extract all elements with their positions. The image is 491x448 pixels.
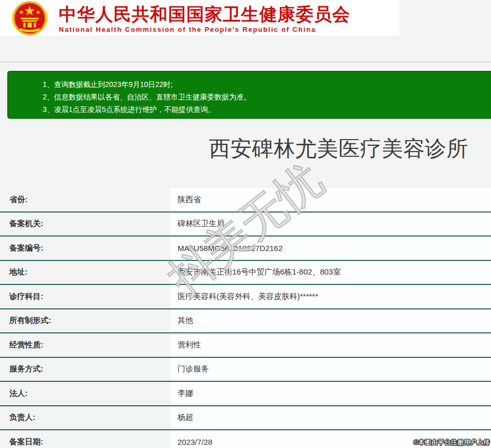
row-label: 所有制形式: xyxy=(0,309,171,333)
record-lookup-page: 中华人民共和国国家卫生健康委员会 National Health Commiss… xyxy=(0,0,491,448)
table-row: 诊疗科目: 医疗美容科(美容外科、美容皮肤科)****** xyxy=(0,285,491,309)
table-row: 省份: 陕西省 xyxy=(0,188,491,213)
row-value: 门诊服务 xyxy=(171,358,491,381)
table-row: 所有制形式: 其他 xyxy=(0,309,491,334)
table-row: 备案编号: MA6U58MG561010317D2162 xyxy=(0,237,491,261)
row-value: 杨超 xyxy=(171,406,491,430)
row-value: 其他 xyxy=(171,309,491,333)
row-label: 经营性质: xyxy=(0,333,171,357)
notice-list: 1、查询数据截止到2023年9月10日22时; 2、信息数据结果以各省、自治区、… xyxy=(43,78,486,116)
row-label: 诊疗科目: xyxy=(0,285,171,308)
row-label: 省份: xyxy=(0,188,171,211)
notice-line: 1、查询数据截止到2023年9月10日22时; xyxy=(43,78,486,91)
site-header: 中华人民共和国国家卫生健康委员会 National Health Commiss… xyxy=(0,0,399,35)
row-value: 碑林区卫生局 xyxy=(171,213,491,236)
row-label: 服务方式: xyxy=(0,358,171,381)
header-divider xyxy=(0,61,491,63)
notice-box: 1、查询数据截止到2023年9月10日22时; 2、信息数据结果以各省、自治区、… xyxy=(7,71,491,119)
table-row: 备案机关: 碑林区卫生局 xyxy=(0,213,491,237)
row-label: 备案日期: xyxy=(0,430,171,448)
row-label: 备案机关: xyxy=(0,213,171,236)
table-row: 负责人: 杨超 xyxy=(0,406,491,431)
record-table: 省份: 陕西省 备案机关: 碑林区卫生局 备案编号: MA6U58MG56101… xyxy=(0,188,491,448)
row-value: 西安市南关正街16号中贸广场6栋1-802、803室 xyxy=(171,261,491,284)
row-value: 陕西省 xyxy=(171,188,491,211)
row-label: 地址: xyxy=(0,261,171,284)
row-value: 李娜 xyxy=(171,382,491,405)
header-title-en: National Health Commission of the People… xyxy=(59,25,350,34)
notice-line: 2、信息数据结果以各省、自治区、直辖市卫生健康委数据为准。 xyxy=(43,91,486,103)
row-value: 医疗美容科(美容外科、美容皮肤科)****** xyxy=(171,285,491,308)
row-label: 法人: xyxy=(0,382,171,405)
header-titles: 中华人民共和国国家卫生健康委员会 National Health Commiss… xyxy=(59,4,350,34)
row-value: 营利性 xyxy=(171,333,491,357)
table-row: 地址: 西安市南关正街16号中贸广场6栋1-802、803室 xyxy=(0,261,491,285)
notice-line: 3、凌晨1点至凌晨5点系统进行维护，不能提供查询。 xyxy=(43,103,486,116)
table-row: 经营性质: 营利性 xyxy=(0,333,491,358)
china-national-emblem-icon xyxy=(4,1,56,36)
upload-credit-text: ©本图由平台注册用户上传 xyxy=(413,438,490,447)
header-title-cn: 中华人民共和国国家卫生健康委员会 xyxy=(59,4,350,24)
table-row: 法人: 李娜 xyxy=(0,382,491,406)
row-label: 备案编号: xyxy=(0,237,171,260)
row-label: 负责人: xyxy=(0,406,171,430)
row-value: MA6U58MG561010317D2162 xyxy=(171,237,491,260)
clinic-name-title: 西安碑林尤美医疗美容诊所 xyxy=(209,134,468,163)
table-row: 服务方式: 门诊服务 xyxy=(0,358,491,382)
